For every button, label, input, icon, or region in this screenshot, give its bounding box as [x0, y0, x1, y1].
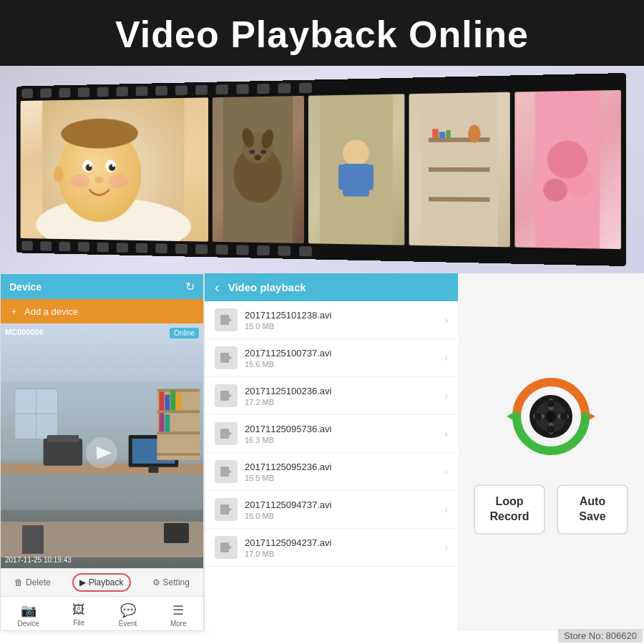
- svg-rect-28: [364, 165, 373, 190]
- svg-point-89: [547, 400, 555, 407]
- setting-button[interactable]: ⚙ Setting: [147, 575, 195, 590]
- film-hole: [59, 88, 70, 98]
- film-hole: [155, 86, 167, 96]
- film-frame-room: [409, 92, 509, 248]
- file-video-icon: [215, 346, 238, 369]
- nav-device-label: Device: [17, 620, 39, 628]
- playback-button[interactable]: ▶ Playback: [72, 573, 131, 592]
- svg-marker-77: [229, 507, 232, 512]
- film-hole: [21, 241, 33, 250]
- film-hole: [136, 86, 147, 96]
- svg-rect-35: [446, 130, 450, 137]
- file-video-icon: [215, 422, 238, 445]
- file-item[interactable]: 20171125101238.avi 15.0 MB ›: [205, 301, 458, 339]
- svg-point-25: [343, 140, 369, 166]
- svg-point-92: [560, 413, 567, 420]
- playback-header: ‹ Video playback: [205, 273, 458, 301]
- svg-rect-61: [176, 394, 181, 411]
- file-name: 20171125100236.avi: [245, 386, 444, 396]
- svg-point-11: [109, 175, 128, 188]
- svg-point-9: [94, 176, 104, 183]
- film-hole: [40, 88, 52, 97]
- file-item[interactable]: 20171125100737.avi 15.6 MB ›: [205, 339, 458, 377]
- file-size: 17.0 MB: [245, 550, 444, 558]
- trash-icon: 🗑: [14, 577, 23, 587]
- refresh-icon[interactable]: ↻: [185, 280, 195, 293]
- svg-rect-51: [44, 439, 83, 466]
- file-info: 20171125094237.avi 17.0 MB: [245, 537, 444, 558]
- add-device-label: Add a device: [24, 306, 78, 317]
- svg-rect-72: [220, 429, 229, 439]
- film-frame-dog: [212, 96, 303, 243]
- playback-title: Video playback: [228, 281, 306, 293]
- svg-rect-60: [170, 391, 175, 411]
- svg-point-36: [468, 125, 480, 142]
- svg-point-8: [112, 164, 115, 167]
- device-item: MC000006 Online 2017-11-25 10:19:43: [1, 323, 203, 568]
- loop-record-button[interactable]: LoopRecord: [474, 484, 545, 535]
- office-scene: [1, 323, 203, 568]
- svg-marker-71: [229, 394, 232, 398]
- features-section: LoopRecord AutoSave: [458, 273, 644, 631]
- nav-file[interactable]: 🖼 File: [72, 602, 85, 628]
- file-item[interactable]: 20171125095736.avi 16.3 MB ›: [205, 415, 458, 453]
- svg-rect-31: [429, 167, 490, 172]
- svg-point-7: [89, 164, 92, 167]
- online-badge: Online: [170, 328, 199, 338]
- file-item[interactable]: 20171125100236.avi 17.2 MB ›: [205, 377, 458, 415]
- more-icon: ☰: [172, 602, 184, 618]
- svg-point-12: [54, 166, 64, 182]
- playback-label: Playback: [89, 577, 124, 587]
- svg-rect-55: [157, 410, 200, 413]
- file-video-icon: [215, 384, 238, 407]
- file-size: 15.5 MB: [245, 474, 444, 482]
- file-item[interactable]: 20171125094737.avi 16.0 MB ›: [205, 491, 458, 529]
- svg-rect-56: [157, 431, 200, 434]
- file-name: 20171125100737.avi: [245, 348, 444, 358]
- svg-rect-74: [220, 467, 229, 477]
- film-hole: [97, 87, 109, 97]
- back-button[interactable]: ‹: [215, 279, 220, 296]
- device-icon: 📷: [21, 602, 36, 618]
- film-hole: [278, 83, 291, 93]
- nav-more[interactable]: ☰ More: [170, 602, 187, 628]
- nav-event[interactable]: 💬 Event: [119, 602, 137, 628]
- playback-panel: ‹ Video playback 20171125101238.avi 15.0…: [204, 273, 458, 631]
- svg-marker-75: [229, 469, 232, 474]
- file-name: 20171125094237.avi: [245, 537, 444, 548]
- film-hole: [257, 84, 270, 94]
- loop-record-label: LoopRecord: [489, 494, 529, 525]
- nav-file-label: File: [73, 619, 84, 627]
- feature-buttons: LoopRecord AutoSave: [474, 484, 628, 535]
- setting-label: Setting: [163, 577, 190, 587]
- film-hole: [78, 242, 89, 252]
- svg-rect-27: [338, 165, 347, 190]
- auto-save-button[interactable]: AutoSave: [557, 484, 628, 535]
- svg-point-20: [249, 150, 255, 154]
- file-item[interactable]: 20171125095236.avi 15.5 MB ›: [205, 453, 458, 491]
- film-hole: [216, 245, 228, 255]
- file-item[interactable]: 20171125094237.avi 17.0 MB ›: [205, 529, 458, 567]
- add-device-bar[interactable]: ＋ Add a device: [1, 299, 203, 323]
- delete-button[interactable]: 🗑 Delete: [9, 575, 57, 590]
- svg-marker-73: [229, 431, 232, 436]
- svg-point-41: [565, 169, 594, 197]
- film-hole: [195, 244, 208, 254]
- chevron-right-icon: ›: [444, 504, 448, 515]
- file-info: 20171125095736.avi 16.3 MB: [245, 424, 444, 444]
- auto-save-label: AutoSave: [579, 494, 605, 525]
- svg-rect-62: [159, 413, 164, 431]
- timestamp: 2017-11-25 10:19:43: [5, 556, 72, 564]
- film-strip: [16, 73, 625, 266]
- film-hole: [78, 87, 89, 97]
- reel-icon: [504, 370, 597, 463]
- file-size: 15.6 MB: [245, 360, 444, 369]
- film-hole: [21, 89, 33, 98]
- film-hole: [175, 85, 187, 95]
- file-size: 16.3 MB: [245, 436, 444, 444]
- film-hole: [117, 87, 128, 97]
- event-icon: 💬: [120, 602, 136, 618]
- nav-device[interactable]: 📷 Device: [17, 602, 39, 628]
- device-label: MC000006: [5, 328, 44, 336]
- film-hole: [175, 244, 187, 254]
